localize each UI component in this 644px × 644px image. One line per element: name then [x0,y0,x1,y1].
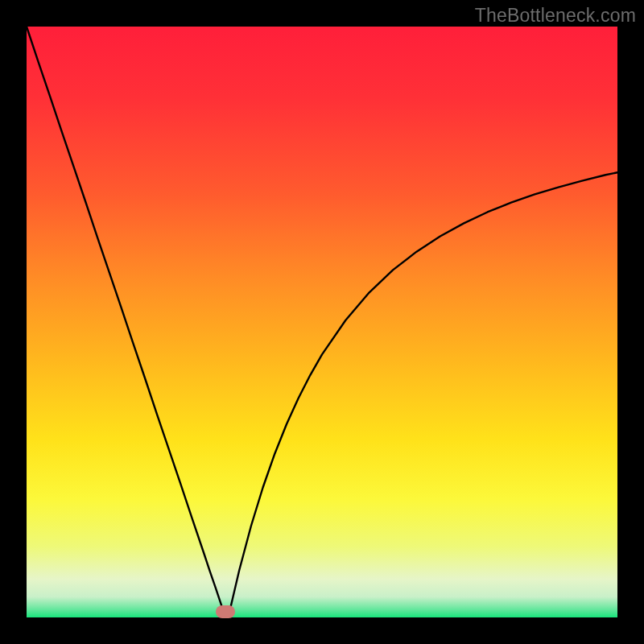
bottleneck-curve [27,27,617,617]
optimum-marker [216,605,235,618]
watermark-text: TheBottleneck.com [475,5,636,27]
plot-area [27,27,617,617]
chart-frame: TheBottleneck.com [0,0,644,644]
